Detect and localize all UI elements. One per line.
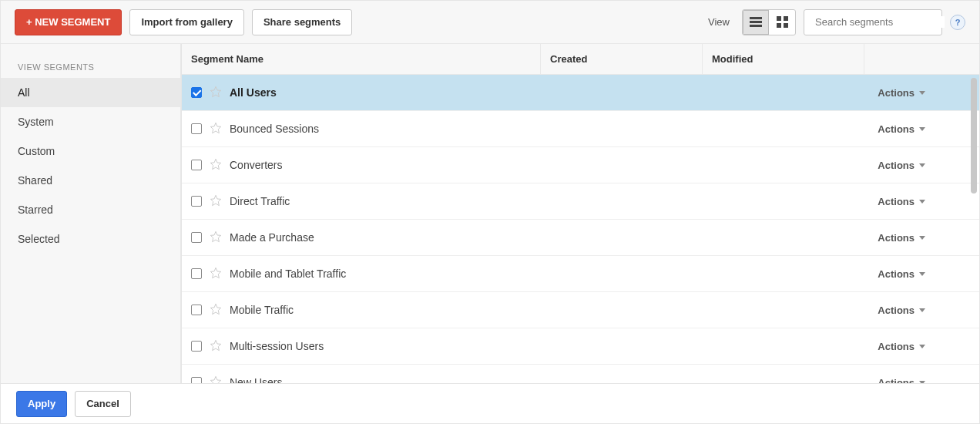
star-icon[interactable]	[210, 339, 222, 354]
segment-name-label: Bounced Sessions	[230, 123, 319, 135]
star-icon[interactable]	[210, 375, 222, 384]
table-row[interactable]: ConvertersActions	[182, 147, 979, 183]
svg-marker-3	[210, 123, 220, 133]
footer: Apply Cancel	[1, 383, 979, 423]
actions-label: Actions	[878, 232, 915, 244]
row-checkbox[interactable]	[191, 268, 202, 279]
segment-name-label: Converters	[230, 159, 282, 171]
search-input[interactable]	[815, 16, 945, 28]
table-row[interactable]: Mobile and Tablet TrafficActions	[182, 256, 979, 292]
header-modified[interactable]: Modified	[702, 44, 864, 74]
actions-label: Actions	[878, 377, 915, 384]
header-segment-name[interactable]: Segment Name	[182, 53, 540, 65]
share-segments-button[interactable]: Share segments	[252, 9, 352, 35]
chevron-down-icon	[919, 236, 925, 240]
actions-label: Actions	[878, 196, 915, 207]
row-actions-menu[interactable]: Actions	[878, 232, 970, 244]
help-button[interactable]: ?	[950, 15, 965, 30]
sidebar-title: VIEW SEGMENTS	[1, 44, 180, 78]
actions-label: Actions	[878, 305, 915, 316]
star-icon[interactable]	[210, 267, 222, 281]
row-checkbox[interactable]	[191, 341, 202, 352]
actions-label: Actions	[878, 160, 915, 171]
view-toggle	[742, 9, 796, 35]
new-segment-button[interactable]: + NEW SEGMENT	[15, 9, 122, 35]
table-row[interactable]: Direct TrafficActions	[182, 183, 979, 220]
table-header-row: Segment Name Created Modified	[182, 44, 979, 75]
header-created[interactable]: Created	[540, 44, 702, 74]
row-checkbox[interactable]	[191, 232, 202, 243]
table-row[interactable]: All UsersActions	[182, 75, 979, 111]
row-checkbox[interactable]	[191, 196, 202, 207]
actions-label: Actions	[878, 87, 915, 99]
chevron-down-icon	[919, 308, 925, 312]
sidebar-item-shared[interactable]: Shared	[1, 166, 180, 195]
svg-marker-2	[210, 86, 220, 96]
segment-name-label: Made a Purchase	[230, 231, 314, 244]
star-icon[interactable]	[210, 194, 222, 209]
table-row[interactable]: Bounced SessionsActions	[182, 111, 979, 147]
sidebar-item-all[interactable]: All	[1, 78, 180, 107]
table-row[interactable]: Mobile TrafficActions	[182, 292, 979, 328]
row-checkbox[interactable]	[191, 377, 202, 383]
chevron-down-icon	[919, 345, 925, 348]
search-field[interactable]	[804, 9, 942, 35]
import-gallery-button[interactable]: Import from gallery	[129, 9, 243, 35]
actions-label: Actions	[878, 341, 915, 352]
star-icon[interactable]	[210, 303, 222, 318]
list-view-button[interactable]	[743, 10, 769, 35]
grid-view-button[interactable]	[769, 10, 795, 35]
header-actions-spacer	[864, 44, 979, 74]
row-actions-menu[interactable]: Actions	[878, 123, 970, 135]
segment-name-label: All Users	[230, 86, 277, 99]
segment-name-label: New Users	[230, 376, 282, 383]
segment-name-label: Multi-session Users	[230, 340, 324, 352]
chevron-down-icon	[919, 272, 925, 276]
sidebar-item-system[interactable]: System	[1, 107, 180, 136]
toolbar: + NEW SEGMENT Import from gallery Share …	[1, 1, 979, 44]
svg-marker-7	[210, 268, 220, 278]
row-checkbox[interactable]	[191, 305, 202, 315]
actions-label: Actions	[878, 268, 915, 280]
list-icon	[750, 17, 762, 27]
sidebar-item-custom[interactable]: Custom	[1, 136, 180, 166]
grid-icon	[777, 16, 788, 28]
star-icon[interactable]	[210, 158, 222, 173]
segment-name-label: Direct Traffic	[230, 195, 290, 207]
svg-marker-9	[210, 340, 220, 350]
scrollbar[interactable]	[971, 78, 977, 193]
svg-marker-5	[210, 195, 220, 205]
row-actions-menu[interactable]: Actions	[878, 87, 970, 99]
star-icon[interactable]	[210, 231, 222, 245]
row-actions-menu[interactable]: Actions	[878, 341, 970, 352]
row-actions-menu[interactable]: Actions	[878, 305, 970, 316]
sidebar: VIEW SEGMENTS AllSystemCustomSharedStarr…	[1, 44, 181, 383]
svg-marker-4	[210, 159, 220, 169]
actions-label: Actions	[878, 123, 915, 135]
table-row[interactable]: Made a PurchaseActions	[182, 220, 979, 256]
cancel-button[interactable]: Cancel	[75, 391, 131, 417]
svg-marker-6	[210, 231, 220, 241]
row-checkbox[interactable]	[191, 87, 202, 98]
row-checkbox[interactable]	[191, 160, 202, 170]
table-row[interactable]: Multi-session UsersActions	[182, 328, 979, 365]
star-icon[interactable]	[210, 86, 222, 100]
star-icon[interactable]	[210, 122, 222, 136]
view-label: View	[708, 16, 730, 28]
row-actions-menu[interactable]: Actions	[878, 377, 970, 384]
sidebar-item-starred[interactable]: Starred	[1, 195, 180, 224]
row-actions-menu[interactable]: Actions	[878, 160, 970, 171]
row-actions-menu[interactable]: Actions	[878, 268, 970, 280]
chevron-down-icon	[919, 127, 925, 131]
sidebar-item-selected[interactable]: Selected	[1, 224, 180, 254]
table-row[interactable]: New UsersActions	[182, 365, 979, 383]
chevron-down-icon	[919, 91, 925, 95]
segment-name-label: Mobile and Tablet Traffic	[230, 268, 346, 280]
segment-name-label: Mobile Traffic	[230, 304, 294, 316]
chevron-down-icon	[919, 163, 925, 167]
row-actions-menu[interactable]: Actions	[878, 196, 970, 207]
svg-marker-10	[210, 376, 220, 383]
segment-table: Segment Name Created Modified All UsersA…	[181, 44, 979, 383]
row-checkbox[interactable]	[191, 123, 202, 134]
apply-button[interactable]: Apply	[16, 391, 67, 417]
